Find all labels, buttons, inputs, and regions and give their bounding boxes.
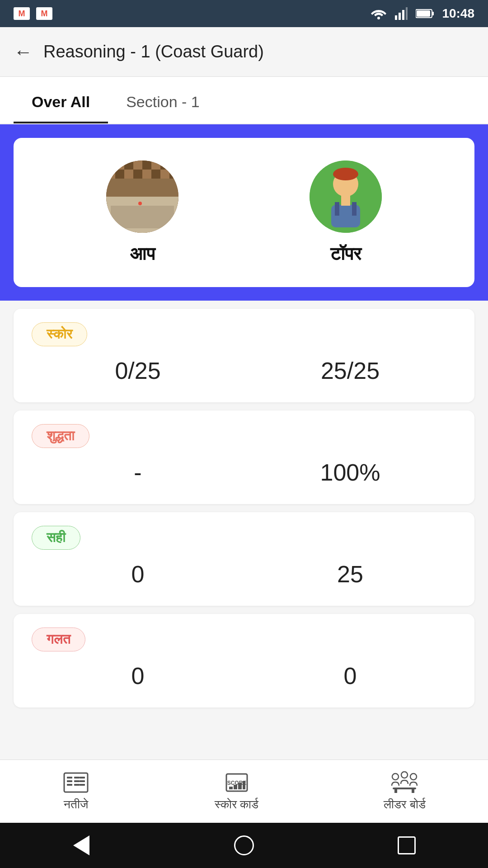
nav-item-scorecard[interactable]: SCORE स्कोर कार्ड — [215, 771, 258, 811]
app-bar-title: Reasoning - 1 (Coast Guard) — [43, 42, 264, 61]
android-nav-bar — [0, 823, 488, 868]
comparison-card: आप — [14, 138, 474, 287]
svg-rect-41 — [74, 784, 80, 786]
svg-rect-3 — [402, 10, 404, 20]
svg-rect-12 — [133, 160, 142, 170]
stat-values-accuracy: - 100% — [32, 459, 456, 486]
leaderboard-icon — [391, 771, 418, 794]
scorecard-icon: SCORE — [223, 771, 250, 794]
app-bar: ← Reasoning - 1 (Coast Guard) — [0, 27, 488, 77]
svg-rect-9 — [106, 160, 115, 170]
tabs-container: Over All Section - 1 — [0, 77, 488, 124]
svg-rect-6 — [432, 12, 434, 15]
stat-you-wrong: 0 — [32, 662, 244, 689]
svg-point-27 — [138, 202, 142, 205]
status-bar: M M 10:48 — [0, 0, 488, 27]
blue-banner: आप — [0, 124, 488, 301]
back-nav-button[interactable] — [68, 832, 95, 859]
svg-rect-32 — [335, 202, 339, 216]
signal-icon — [395, 7, 408, 20]
svg-rect-54 — [393, 788, 416, 789]
topper-label: टॉपर — [330, 244, 361, 264]
svg-point-53 — [410, 774, 417, 780]
topper-avatar-image — [310, 160, 382, 233]
recents-nav-button[interactable] — [393, 832, 420, 859]
stat-values-correct: 0 25 — [32, 561, 456, 588]
stat-badge-score: स्कोर — [32, 322, 87, 346]
stat-you-accuracy: - — [32, 459, 244, 486]
user-you-column: आप — [106, 160, 178, 264]
tab-overall[interactable]: Over All — [14, 77, 108, 123]
svg-rect-43 — [80, 780, 85, 782]
status-bar-right: 10:48 — [371, 6, 474, 21]
svg-rect-33 — [352, 202, 357, 216]
stat-badge-accuracy: शुद्धता — [32, 424, 89, 448]
svg-rect-18 — [115, 170, 124, 179]
svg-rect-20 — [133, 170, 142, 179]
you-avatar-image — [106, 160, 178, 233]
back-button[interactable]: ← — [14, 41, 33, 63]
svg-rect-1 — [395, 15, 397, 20]
stat-topper-wrong: 0 — [244, 662, 456, 689]
stat-values-score: 0/25 25/25 — [32, 357, 456, 384]
svg-rect-24 — [169, 170, 178, 179]
svg-rect-13 — [142, 160, 151, 170]
svg-rect-35 — [64, 773, 88, 792]
you-label: आप — [130, 244, 155, 264]
results-icon — [62, 771, 89, 794]
nav-results-label: नतीजे — [64, 797, 88, 811]
svg-rect-47 — [229, 787, 233, 789]
svg-rect-7 — [417, 10, 430, 17]
svg-rect-26 — [111, 206, 174, 228]
svg-rect-56 — [412, 789, 414, 793]
svg-rect-11 — [124, 160, 133, 170]
svg-rect-23 — [160, 170, 169, 179]
svg-point-0 — [377, 17, 380, 19]
stat-values-wrong: 0 0 — [32, 662, 456, 689]
avatar-you — [106, 160, 178, 233]
svg-rect-16 — [169, 160, 178, 170]
svg-rect-19 — [124, 170, 133, 179]
stat-cards-container: स्कोर 0/25 25/25 शुद्धता - 100% सही 0 25… — [0, 309, 488, 708]
svg-point-51 — [392, 774, 399, 780]
tab-section1[interactable]: Section - 1 — [108, 77, 218, 123]
stat-card-score: स्कोर 0/25 25/25 — [14, 309, 474, 402]
battery-icon — [416, 8, 434, 19]
time-display: 10:48 — [442, 6, 474, 21]
stat-topper-score: 25/25 — [244, 357, 456, 384]
svg-point-30 — [333, 168, 358, 180]
stat-topper-accuracy: 100% — [244, 459, 456, 486]
user-topper-column: टॉपर — [310, 160, 382, 264]
stat-badge-correct: सही — [32, 526, 80, 550]
svg-rect-17 — [106, 170, 115, 179]
main-content: आप — [0, 124, 488, 708]
wifi-icon — [371, 7, 387, 20]
svg-rect-4 — [406, 7, 408, 20]
svg-rect-48 — [234, 785, 237, 789]
status-bar-left: M M — [14, 7, 52, 20]
svg-rect-22 — [151, 170, 160, 179]
svg-rect-44 — [80, 784, 85, 786]
stat-you-correct: 0 — [32, 561, 244, 588]
nav-item-results[interactable]: नतीजे — [62, 771, 89, 811]
svg-rect-37 — [67, 780, 72, 782]
home-nav-button[interactable] — [230, 832, 258, 859]
svg-rect-10 — [115, 160, 124, 170]
svg-point-52 — [401, 772, 408, 778]
gmail-icon-1: M — [14, 7, 30, 20]
bottom-nav: नतीजे SCORE स्कोर कार्ड — [0, 760, 488, 823]
svg-rect-15 — [160, 160, 169, 170]
nav-scorecard-label: स्कोर कार्ड — [215, 797, 258, 811]
svg-rect-50 — [243, 781, 245, 789]
svg-rect-42 — [80, 777, 85, 778]
svg-rect-55 — [394, 789, 397, 793]
svg-rect-39 — [74, 777, 80, 778]
nav-leaderboard-label: लीडर बोर्ड — [384, 797, 425, 811]
svg-rect-38 — [67, 784, 72, 786]
nav-item-leaderboard[interactable]: लीडर बोर्ड — [384, 771, 425, 811]
stat-card-accuracy: शुद्धता - 100% — [14, 410, 474, 504]
stat-badge-wrong: गलत — [32, 627, 85, 651]
svg-rect-21 — [142, 170, 151, 179]
svg-rect-2 — [399, 13, 401, 20]
svg-rect-40 — [74, 780, 80, 782]
